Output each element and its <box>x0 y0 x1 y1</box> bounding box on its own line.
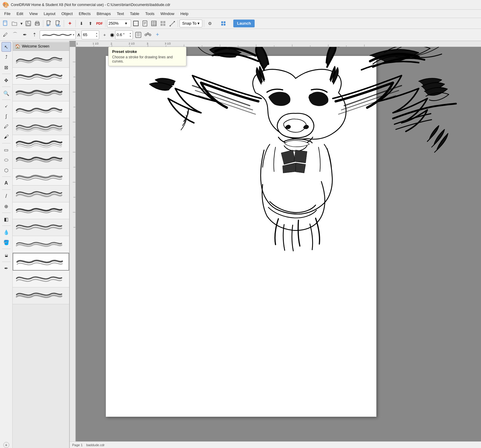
smudge-tool[interactable]: 🖌 <box>2 132 11 142</box>
open-button[interactable] <box>10 19 19 28</box>
bezier-mode[interactable]: ⌒ <box>11 31 19 39</box>
open-dropdown[interactable]: ▾ <box>19 19 23 28</box>
stroke-item-13[interactable] <box>13 253 69 271</box>
publish-button[interactable]: ✦ <box>66 19 74 28</box>
app-icon: 🎨 <box>2 2 9 8</box>
stroke-item-9[interactable] <box>13 186 69 202</box>
canvas-document <box>76 47 481 448</box>
angle-input[interactable]: 65 <box>83 32 95 37</box>
align-up[interactable]: ⬆ <box>86 19 95 28</box>
menu-table[interactable]: Table <box>127 10 142 17</box>
workspace-button[interactable] <box>215 19 233 28</box>
launch-button[interactable]: Launch <box>233 20 254 27</box>
crop-tool[interactable]: ⊠ <box>2 63 11 72</box>
angle-down[interactable]: ▼ <box>96 35 98 38</box>
menu-layout[interactable]: Layout <box>41 10 58 17</box>
rect-tool[interactable]: ▭ <box>2 145 11 155</box>
size-input[interactable]: 0.6 " <box>117 32 129 37</box>
transform-tool[interactable]: ✥ <box>2 75 11 85</box>
size-up[interactable]: ▲ <box>129 32 131 35</box>
menu-text[interactable]: Text <box>114 10 127 17</box>
freehand-pick-tool[interactable]: ⤴ <box>2 52 11 62</box>
text-tool[interactable]: A <box>2 178 11 188</box>
size-down[interactable]: ▼ <box>129 35 131 38</box>
svg-rect-0 <box>3 21 7 26</box>
stroke-item-12[interactable] <box>13 236 69 253</box>
lt-sep4 <box>2 143 11 143</box>
nodes-button[interactable] <box>144 31 152 39</box>
stroke-item-3[interactable] <box>13 84 69 101</box>
angle-up[interactable]: ▲ <box>96 32 98 35</box>
page-setup-button[interactable] <box>141 19 149 28</box>
menu-bitmaps[interactable]: Bitmaps <box>93 10 114 17</box>
stroke-item-14[interactable] <box>13 271 69 287</box>
menu-object[interactable]: Object <box>58 10 76 17</box>
zoom-dropdown[interactable]: ▾ <box>125 21 127 26</box>
select-tool[interactable]: ↖ <box>2 42 11 52</box>
stroke-item-15[interactable] <box>13 287 69 304</box>
angle-plus[interactable]: + <box>100 31 109 39</box>
guidelines-button[interactable] <box>168 19 176 28</box>
size-spin[interactable]: ▲ ▼ <box>129 32 131 38</box>
fill-tool[interactable]: 🪣 <box>2 238 11 247</box>
menu-help[interactable]: Help <box>177 10 191 17</box>
print-button[interactable] <box>33 19 41 28</box>
angle-spin[interactable]: ▲ ▼ <box>96 32 98 38</box>
welcome-tab[interactable]: 🏠 Welcome Screen <box>13 42 69 51</box>
export-button[interactable] <box>54 19 62 28</box>
menu-tools[interactable]: Tools <box>142 10 157 17</box>
bezier-tool[interactable]: ∫ <box>2 112 11 121</box>
zoom-tool[interactable]: 🔍 <box>2 88 11 98</box>
ellipse-tool[interactable]: ⬭ <box>2 155 11 165</box>
page-border-button[interactable] <box>132 19 140 28</box>
preset-stroke-tooltip: Preset stroke Choose a stroke for drawin… <box>108 47 186 66</box>
eyedropper-tool[interactable]: 💧 <box>2 227 11 237</box>
artpen-mode[interactable]: 🖊 <box>1 31 10 39</box>
angle-input-box[interactable]: 65 ▲ ▼ <box>81 30 99 39</box>
stroke-item-11[interactable] <box>13 219 69 236</box>
stroke-item-1[interactable] <box>13 51 69 68</box>
pdf-button[interactable]: PDF <box>95 19 104 28</box>
callig-mode[interactable]: ✒ <box>20 31 29 39</box>
stroke-item-7[interactable] <box>13 152 69 169</box>
size-input-box[interactable]: 0.6 " ▲ ▼ <box>115 30 133 39</box>
svg-rect-6 <box>36 21 39 23</box>
stroke-item-2[interactable] <box>13 68 69 84</box>
snap-to-button[interactable]: Snap To ▾ <box>179 20 202 27</box>
pen-tool[interactable]: ✒ <box>2 263 11 273</box>
callig-tool[interactable]: 🖊 <box>2 122 11 131</box>
smart-fill-tool[interactable]: ⬓ <box>2 250 11 260</box>
table-button[interactable] <box>150 19 158 28</box>
canvas-area[interactable]: 1 1 1/2 2 2 1/2 3 3 1/2 <box>70 41 481 448</box>
transparency-tool[interactable]: ◧ <box>2 214 11 224</box>
options-button[interactable]: ⚙ <box>206 19 214 28</box>
save-button[interactable] <box>24 19 32 28</box>
zoom-box[interactable]: 250% ▾ <box>107 20 131 27</box>
stroke-item-8[interactable] <box>13 169 69 186</box>
connector-tool[interactable]: / <box>2 191 11 201</box>
new-button[interactable] <box>1 19 10 28</box>
menu-file[interactable]: File <box>1 10 14 17</box>
add-stroke-button[interactable]: + <box>153 31 162 39</box>
blend-tool[interactable]: ⊕ <box>2 201 11 211</box>
polygon-tool[interactable]: ⬡ <box>2 165 11 175</box>
align-down[interactable]: ⬇ <box>77 19 86 28</box>
stroke-item-10[interactable] <box>13 202 69 219</box>
menu-edit[interactable]: Edit <box>14 10 26 17</box>
freehand-tool[interactable]: ↙ <box>2 101 11 111</box>
grid-button[interactable] <box>159 19 167 28</box>
stroke-item-6[interactable] <box>13 135 69 152</box>
menu-window[interactable]: Window <box>158 10 177 17</box>
smoothing-button[interactable] <box>134 31 142 39</box>
add-tool-button[interactable]: + <box>3 442 9 448</box>
menu-effects[interactable]: Effects <box>76 10 94 17</box>
zoom-input[interactable]: 250% <box>109 21 125 26</box>
title-bar: 🎨 CorelDRAW Home & Student X8 (Not for c… <box>0 0 481 10</box>
preset-stroke-selector[interactable]: ▾ <box>40 30 76 39</box>
stroke-item-4[interactable] <box>13 101 69 118</box>
pressure-mode[interactable]: ⇡ <box>30 31 38 39</box>
stroke-item-5[interactable] <box>13 118 69 135</box>
doc-info: baddude.cdr <box>86 443 105 447</box>
import-button[interactable] <box>45 19 53 28</box>
menu-view[interactable]: View <box>26 10 41 17</box>
